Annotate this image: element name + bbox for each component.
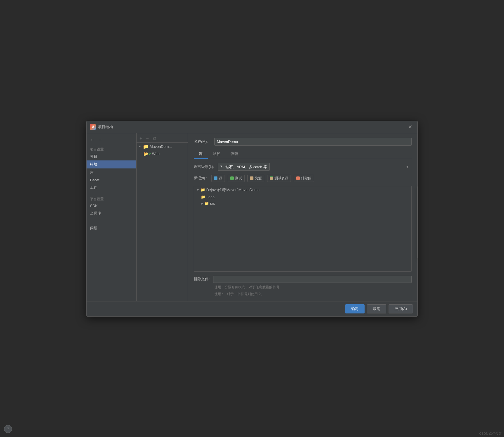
tree-item-mavendemo-label: MavenDem...: [150, 144, 186, 149]
tree-item-web-label: Web: [152, 152, 186, 156]
exclude-hint1: 使用；分隔名称模式，对于任意数量的符号: [194, 285, 412, 290]
mark-test-label: 测试: [235, 176, 242, 181]
tree-src-folder-icon: 📁: [204, 201, 209, 206]
mark-test-resource-button[interactable]: 测试资源: [267, 175, 291, 182]
tree-root-label: D:\java代码\Maven\MavenDemo: [206, 187, 259, 192]
sidebar-item-artifact[interactable]: 工件: [87, 184, 136, 192]
main-content: 名称(M): 源 路径 依赖 语言级别(L): 7 - 钻石、ARM、多 cat…: [188, 133, 417, 301]
name-input[interactable]: [214, 138, 412, 146]
mark-row: 标记为： 源 测试 资源 测试资源: [194, 175, 412, 182]
mark-label: 标记为：: [194, 176, 209, 181]
tree-src-label: src: [210, 201, 215, 206]
lang-select-wrapper: 7 - 钻石、ARM、多 catch 等8 - Lambda，类型注解等11 -…: [218, 163, 412, 171]
content-tree: ▼ 📁 D:\java代码\Maven\MavenDemo 📁 .idea ▶ …: [194, 186, 412, 272]
sidebar-item-problem[interactable]: 问题: [87, 224, 136, 232]
ok-button[interactable]: 确定: [345, 304, 365, 313]
sidebar: ← → 项目设置 项目 模块 库 Facet 工件 平台设置 SDK 全局库 问…: [87, 133, 137, 301]
titlebar-left: U 项目结构: [90, 124, 113, 130]
watermark: CSDN @伊俊客: [479, 432, 502, 436]
tree-root-arrow: ▼: [196, 188, 199, 192]
lang-row: 语言级别(L): 7 - 钻石、ARM、多 catch 等8 - Lambda，…: [194, 163, 412, 171]
mark-test-resource-label: 测试资源: [275, 176, 288, 181]
exclude-input[interactable]: [213, 276, 412, 283]
sidebar-item-project[interactable]: 项目: [87, 152, 136, 160]
sidebar-item-module[interactable]: 模块: [87, 160, 136, 168]
sidebar-item-global-library[interactable]: 全局库: [87, 209, 136, 217]
titlebar-title: 项目结构: [98, 124, 113, 130]
mark-test-button[interactable]: 测试: [228, 175, 245, 182]
mark-resource-button[interactable]: 资源: [247, 175, 264, 182]
folder-icon-module: 📁: [143, 144, 149, 149]
test-resource-dot: [270, 176, 273, 180]
close-button[interactable]: ✕: [406, 123, 414, 131]
name-label: 名称(M):: [194, 139, 211, 144]
lang-label: 语言级别(L):: [194, 164, 214, 169]
tree-copy-button[interactable]: ⧉: [152, 136, 157, 141]
exclude-hint2: 使用 *，对于一个符号则使用 ?。: [194, 291, 412, 297]
resource-dot: [250, 176, 253, 180]
tree-remove-button[interactable]: −: [145, 136, 150, 141]
sidebar-item-facet[interactable]: Facet: [87, 176, 136, 184]
tab-source[interactable]: 源: [194, 150, 208, 159]
dialog-footer: 确定 取消 应用(A): [87, 301, 417, 316]
mark-excluded-label: 排除的: [301, 176, 311, 181]
platform-settings-label: 平台设置: [87, 195, 136, 202]
tree-idea-row[interactable]: 📁 .idea: [194, 194, 411, 200]
name-row: 名称(M):: [194, 138, 412, 146]
titlebar: U 项目结构 ✕: [87, 121, 417, 133]
sidebar-item-sdk[interactable]: SDK: [87, 202, 136, 209]
apply-button[interactable]: 应用(A): [389, 304, 413, 313]
tree-item-mavendemo[interactable]: ▼ 📁 MavenDem...: [137, 143, 188, 150]
mark-resource-label: 资源: [255, 176, 262, 181]
nav-forward-button[interactable]: →: [97, 137, 104, 143]
dialog-body: ← → 项目设置 项目 模块 库 Facet 工件 平台设置 SDK 全局库 问…: [87, 133, 417, 301]
tab-deps[interactable]: 依赖: [225, 150, 243, 159]
help-button[interactable]: ?: [4, 425, 12, 433]
nav-back-button[interactable]: ←: [89, 137, 96, 143]
test-dot: [230, 176, 234, 180]
tree-item-web[interactable]: 📂 ⚙ Web: [137, 150, 188, 157]
tree-src-row[interactable]: ▶ 📁 src: [194, 200, 411, 207]
mark-source-label: 源: [219, 176, 222, 181]
excluded-dot: [296, 176, 300, 180]
exclude-row: 排除文件:: [194, 276, 412, 283]
tree-root-row[interactable]: ▼ 📁 D:\java代码\Maven\MavenDemo: [194, 186, 411, 194]
folder-icon-web: 📂: [143, 152, 148, 156]
mark-excluded-button[interactable]: 排除的: [294, 175, 314, 182]
tree-idea-folder-icon: 📁: [201, 195, 205, 199]
mark-source-button[interactable]: 源: [211, 175, 225, 182]
app-icon: U: [90, 124, 96, 130]
tab-path[interactable]: 路径: [208, 150, 225, 159]
help-button-area: ?: [4, 425, 12, 433]
sidebar-nav-buttons: ← →: [87, 136, 136, 145]
expand-arrow: ▼: [138, 145, 142, 148]
tree-toolbar: + − ⧉: [137, 134, 188, 143]
tabs: 源 路径 依赖: [194, 150, 412, 159]
sidebar-item-library[interactable]: 库: [87, 168, 136, 176]
project-structure-dialog: U 项目结构 ✕ ← → 项目设置 项目 模块 库 Facet 工件 平台设置 …: [86, 121, 418, 317]
tree-root-folder-icon: 📁: [201, 188, 205, 192]
popup-panel: D:\...Maven\MavenDemo ✕ + + 添加内容根 (J) 源文…: [417, 186, 417, 258]
tree-idea-label: .idea: [207, 195, 215, 199]
exclude-section: 排除文件: 使用；分隔名称模式，对于任意数量的符号 使用 *，对于一个符号则使用…: [194, 276, 412, 297]
cancel-button[interactable]: 取消: [367, 304, 386, 313]
project-settings-label: 项目设置: [87, 145, 136, 152]
module-tree-panel: + − ⧉ ▼ 📁 MavenDem... 📂 ⚙ Web: [137, 133, 188, 301]
tree-add-button[interactable]: +: [138, 136, 143, 141]
tree-src-arrow: ▶: [201, 202, 203, 205]
source-dot: [214, 176, 217, 180]
lang-select[interactable]: 7 - 钻石、ARM、多 catch 等8 - Lambda，类型注解等11 -…: [218, 163, 270, 171]
exclude-label: 排除文件:: [194, 277, 210, 282]
